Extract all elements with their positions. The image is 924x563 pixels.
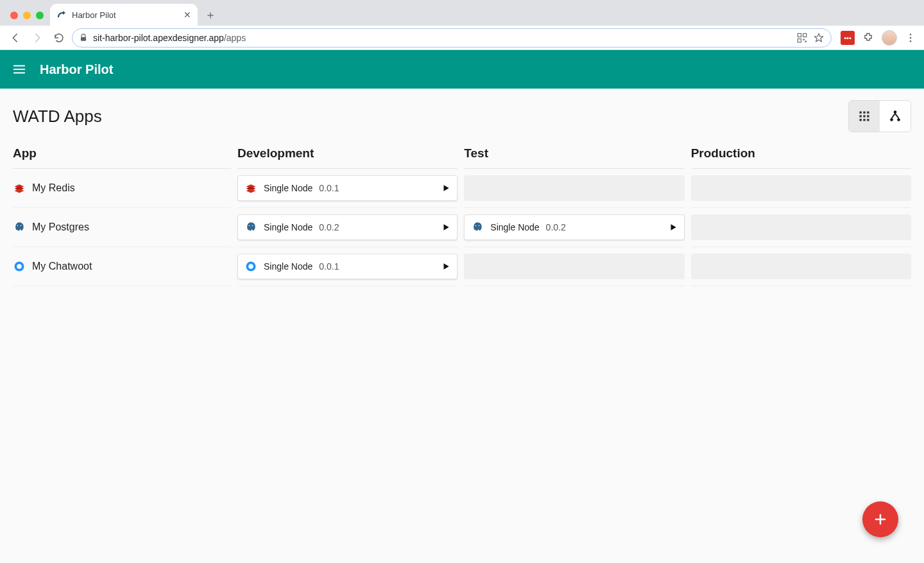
card-version: 0.0.2 <box>319 222 339 232</box>
view-toggle <box>848 100 911 132</box>
svg-point-24 <box>252 225 253 227</box>
card-version: 0.0.1 <box>319 183 339 193</box>
graph-icon <box>888 109 902 123</box>
empty-slot[interactable] <box>691 175 911 201</box>
svg-point-19 <box>890 118 893 121</box>
menu-button[interactable] <box>12 62 27 77</box>
svg-rect-16 <box>863 119 865 121</box>
empty-slot[interactable] <box>464 254 684 279</box>
env-cell-test <box>464 169 684 208</box>
redis-icon <box>13 182 26 195</box>
app-name: My Chatwoot <box>32 261 92 272</box>
svg-rect-11 <box>867 112 869 114</box>
app-cell[interactable]: My Redis <box>13 169 231 208</box>
empty-slot[interactable] <box>464 175 684 201</box>
env-cell-test: Single Node 0.0.2 <box>464 208 684 247</box>
redis-icon <box>244 182 257 195</box>
url-text: sit-harbor-pilot.apexdesigner.app/apps <box>93 33 791 43</box>
app-name: My Postgres <box>32 221 89 233</box>
col-header-test: Test <box>464 141 684 169</box>
svg-point-25 <box>475 225 477 227</box>
star-icon[interactable] <box>813 32 825 44</box>
env-cell-prod <box>691 247 911 286</box>
app-title: Harbor Pilot <box>40 62 113 77</box>
deployment-card[interactable]: Single Node 0.0.1 <box>237 175 458 201</box>
app-name: My Redis <box>32 182 75 194</box>
play-button[interactable] <box>441 184 450 193</box>
svg-point-20 <box>897 118 900 121</box>
address-bar[interactable]: sit-harbor-pilot.apexdesigner.app/apps <box>72 28 832 48</box>
tab-close-button[interactable]: ✕ <box>184 10 191 20</box>
grid-view-button[interactable] <box>849 101 880 132</box>
env-cell-dev: Single Node 0.0.1 <box>237 169 458 208</box>
empty-slot[interactable] <box>691 214 911 240</box>
env-cell-prod <box>691 208 911 247</box>
svg-rect-2 <box>803 33 807 37</box>
svg-rect-10 <box>863 112 865 114</box>
deployment-card[interactable]: Single Node 0.0.2 <box>464 214 684 240</box>
svg-rect-17 <box>867 119 869 121</box>
play-icon <box>441 262 450 271</box>
col-header-prod: Production <box>691 141 911 169</box>
qr-icon[interactable] <box>796 32 808 44</box>
col-header-app: App <box>13 141 231 169</box>
svg-point-28 <box>17 264 22 269</box>
url-path: /apps <box>224 33 246 43</box>
env-cell-dev: Single Node 0.0.1 <box>237 247 458 286</box>
svg-point-26 <box>479 225 480 227</box>
postgres-icon <box>13 221 26 234</box>
empty-slot[interactable] <box>691 254 911 279</box>
back-button[interactable] <box>6 29 24 47</box>
play-icon <box>669 223 678 232</box>
browser-menu-button[interactable] <box>903 31 918 45</box>
minimize-window-button[interactable] <box>23 12 31 19</box>
graph-view-button[interactable] <box>880 101 911 132</box>
env-cell-prod <box>691 169 911 208</box>
new-tab-button[interactable]: ＋ <box>201 6 219 24</box>
extensions-button[interactable] <box>861 31 875 45</box>
card-version: 0.0.2 <box>546 222 566 232</box>
chatwoot-icon <box>244 260 257 273</box>
svg-rect-1 <box>798 33 801 37</box>
reload-button[interactable] <box>50 29 68 47</box>
svg-rect-13 <box>863 115 865 117</box>
close-window-button[interactable] <box>10 12 18 19</box>
profile-avatar[interactable] <box>882 30 897 46</box>
deployment-card[interactable]: Single Node 0.0.1 <box>237 254 458 279</box>
svg-point-21 <box>17 225 19 227</box>
card-label: Single Node <box>264 222 312 232</box>
card-version: 0.0.1 <box>319 261 339 272</box>
page-content: WATD Apps App Development Test Productio… <box>0 89 924 563</box>
card-label: Single Node <box>264 261 312 272</box>
svg-point-7 <box>910 37 912 39</box>
url-host: sit-harbor-pilot.apexdesigner.app <box>93 33 224 43</box>
card-label: Single Node <box>264 183 312 193</box>
play-icon <box>441 184 450 193</box>
toolbar-right: ••• <box>835 30 918 46</box>
card-label: Single Node <box>490 222 539 232</box>
tab-favicon <box>56 10 67 20</box>
svg-rect-5 <box>805 40 807 42</box>
add-app-fab[interactable] <box>862 501 898 537</box>
browser-tab[interactable]: Harbor Pilot ✕ <box>50 4 198 26</box>
svg-point-30 <box>248 264 253 269</box>
lock-icon <box>79 33 88 42</box>
app-header: Harbor Pilot <box>0 50 924 89</box>
play-button[interactable] <box>669 223 678 232</box>
plus-icon <box>873 512 888 527</box>
svg-rect-15 <box>860 119 862 121</box>
browser-toolbar: sit-harbor-pilot.apexdesigner.app/apps •… <box>0 26 924 50</box>
forward-button[interactable] <box>28 29 46 47</box>
maximize-window-button[interactable] <box>36 12 44 19</box>
env-cell-dev: Single Node 0.0.2 <box>237 208 458 247</box>
svg-point-18 <box>894 110 897 114</box>
svg-rect-9 <box>860 112 862 114</box>
extension-icon[interactable]: ••• <box>841 31 855 45</box>
app-cell[interactable]: My Chatwoot <box>13 247 231 286</box>
chatwoot-icon <box>13 260 26 273</box>
play-button[interactable] <box>441 262 450 271</box>
deployment-card[interactable]: Single Node 0.0.2 <box>237 214 458 240</box>
app-cell[interactable]: My Postgres <box>13 208 231 247</box>
play-button[interactable] <box>441 223 450 232</box>
grid-icon <box>858 110 871 123</box>
